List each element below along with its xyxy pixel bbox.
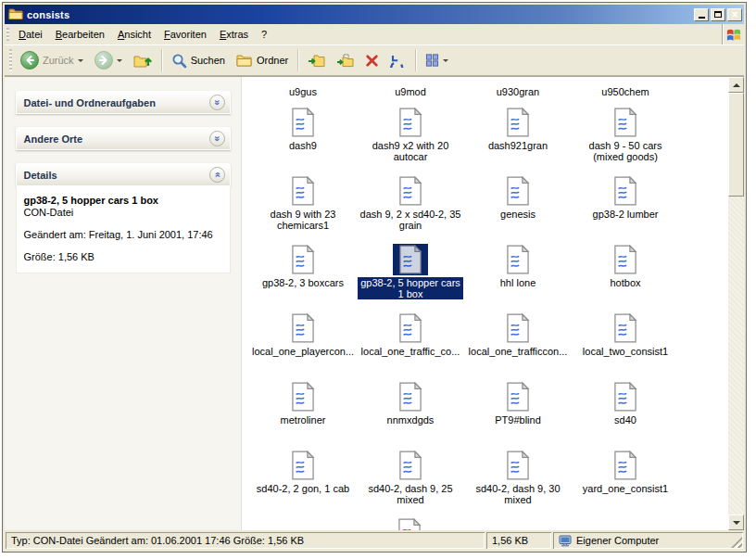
file-item[interactable]: dash 9, 2 x sd40-2, 35 grain (357, 166, 464, 235)
details-modified: Geändert am: Freitag, 1. Juni 2001, 17:4… (24, 229, 222, 241)
file-label: genesis (498, 209, 537, 220)
menu-help[interactable]: ? (255, 24, 273, 44)
section-other-places[interactable]: Andere Orte » (16, 127, 231, 150)
move-to-button[interactable] (302, 50, 331, 71)
views-dropdown-icon[interactable] (443, 59, 448, 65)
section-file-folder-tasks[interactable]: Datei- und Ordneraufgaben » (16, 91, 231, 114)
file-item[interactable]: gp38-2, 5 hopper cars 1 box (357, 235, 464, 303)
status-file-info: Typ: CON-Datei Geändert am: 01.06.2001 1… (6, 532, 485, 549)
file-item[interactable]: PT9#blind (464, 372, 572, 440)
minimize-button[interactable] (694, 8, 709, 21)
menu-grip[interactable] (6, 28, 9, 41)
menu-favoriten[interactable]: Favoriten (158, 24, 213, 44)
details-size: Größe: 1,56 KB (24, 251, 222, 263)
file-item-partial[interactable]: u9mod (357, 81, 464, 97)
document-icon (500, 175, 536, 207)
section-title: Details (24, 170, 57, 181)
file-item[interactable]: local_one_traffic_co... (357, 303, 464, 372)
file-item[interactable]: dash 9 with 23 chemicars1 (249, 166, 357, 235)
file-item[interactable]: gp38-2, 3 boxcars (249, 235, 357, 303)
file-label: gp38-2, 5 hopper cars 1 box (358, 277, 463, 299)
file-item[interactable]: sd40-2, 2 gon, 1 cab (249, 440, 357, 509)
file-item[interactable]: dash9 x2 with 20 autocar (357, 97, 464, 166)
file-item[interactable]: local_two_consist1 (572, 303, 679, 372)
toolbar-separator (161, 49, 162, 71)
file-item[interactable]: gp38-2 lumber (572, 166, 679, 235)
menu-bearbeiten[interactable]: Bearbeiten (49, 24, 111, 44)
maximize-button[interactable] (711, 8, 725, 21)
document-icon (608, 450, 643, 481)
file-item[interactable]: dash 9 - 50 cars (mixed goods) (572, 97, 679, 166)
file-item[interactable]: hotbox (572, 235, 679, 303)
toolbar-grip[interactable] (9, 49, 12, 71)
back-dropdown-icon[interactable] (78, 59, 83, 65)
folders-button[interactable]: Ordner (231, 50, 294, 70)
close-button[interactable]: × (727, 8, 742, 21)
file-item[interactable]: metroliner (249, 372, 357, 440)
file-label: local_one_traffic_co... (359, 346, 462, 357)
file-item[interactable]: local_one_playercon... (249, 303, 357, 372)
section-title: Andere Orte (24, 133, 83, 145)
back-icon (20, 51, 39, 70)
document-icon (393, 312, 428, 344)
section-details[interactable]: Details » (16, 163, 231, 186)
task-pane: Datei- und Ordneraufgaben » Andere Orte … (5, 77, 242, 530)
scrollbar-track[interactable] (728, 93, 744, 515)
toolbar-separator (415, 49, 416, 71)
document-icon (608, 244, 643, 275)
search-icon (171, 53, 187, 69)
file-label: gp38-2 lumber (591, 209, 661, 220)
document-icon (285, 107, 321, 138)
copy-to-button[interactable] (331, 50, 359, 71)
details-panel: gp38-2, 5 hopper cars 1 box CON-Datei Ge… (16, 186, 231, 273)
menu-extras[interactable]: Extras (213, 24, 255, 44)
file-label: nnmxdgds (385, 414, 436, 426)
back-button[interactable]: Zurück (15, 47, 89, 73)
scrollbar-thumb[interactable] (728, 93, 744, 197)
undo-button[interactable] (384, 50, 411, 71)
file-item-partial[interactable]: u930gran (464, 81, 572, 97)
document-icon (393, 450, 428, 481)
forward-button[interactable] (89, 47, 128, 73)
chevron-down-icon[interactable]: » (209, 95, 225, 110)
file-item[interactable]: nnmxdgds (357, 372, 464, 440)
delete-button[interactable] (359, 50, 384, 71)
status-size: 1,56 KB (486, 532, 551, 549)
folder-icon[interactable] (8, 7, 23, 21)
document-icon (393, 381, 428, 413)
document-icon (608, 312, 643, 344)
scroll-up-button[interactable] (728, 77, 744, 93)
move-to-icon (308, 54, 325, 68)
file-item[interactable]: dash921gran (464, 97, 572, 166)
file-item[interactable]: yard_one_consist1 (572, 440, 679, 509)
chevron-up-icon[interactable]: » (209, 167, 225, 183)
file-item[interactable]: sd40-2, dash 9, 25 mixed (357, 440, 464, 509)
file-list-area[interactable]: u9gusu9modu930granu950chem dash9 dash9 x… (242, 77, 728, 530)
vertical-scrollbar[interactable] (728, 77, 744, 530)
file-item-partial[interactable]: u9gus (249, 81, 357, 97)
file-item-partial-bottom[interactable] (396, 518, 423, 530)
document-icon (500, 381, 536, 413)
file-item[interactable]: genesis (464, 166, 572, 235)
file-item[interactable]: local_one_trafficcon... (464, 303, 572, 372)
folders-icon (236, 54, 253, 67)
views-button[interactable] (420, 50, 454, 70)
chevron-down-icon[interactable]: » (209, 131, 225, 146)
file-item[interactable]: dash9 (249, 97, 357, 166)
forward-dropdown-icon[interactable] (117, 59, 122, 65)
scroll-down-button[interactable] (728, 515, 744, 530)
up-button[interactable] (128, 49, 158, 72)
file-item[interactable]: hhl lone (464, 235, 572, 303)
search-button[interactable]: Suchen (166, 49, 231, 72)
document-icon (500, 107, 536, 138)
menu-ansicht[interactable]: Ansicht (111, 24, 158, 44)
document-icon (608, 175, 643, 207)
menu-datei[interactable]: Datei (12, 24, 49, 44)
file-item-partial[interactable]: u950chem (572, 81, 679, 97)
copy-to-icon (336, 54, 354, 68)
file-item[interactable]: sd40-2, dash 9, 30 mixed (464, 440, 572, 509)
resize-grip[interactable] (731, 537, 742, 548)
file-item[interactable]: sd40 (572, 372, 679, 440)
document-icon (393, 107, 428, 138)
toolbar-separator (297, 49, 298, 71)
